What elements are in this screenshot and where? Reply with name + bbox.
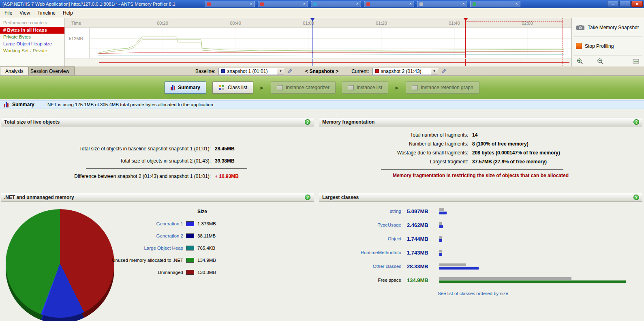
menu-item[interactable]: File <box>1 9 16 17</box>
tab-analysis[interactable]: Analysis <box>0 66 29 75</box>
titlebar-tab-close-icon[interactable]: ✕ <box>303 2 306 6</box>
class-value: 1.744MB <box>407 236 439 242</box>
baseline-snapshot-marker[interactable] <box>312 18 312 58</box>
fragmentation-row-label: Number of large fragments: <box>319 141 468 147</box>
snapshots-separator-label: < Snapshots > <box>305 68 338 74</box>
fragmentation-row-value: 37.57MB (27.9% of free memory) <box>472 159 547 165</box>
titlebar-tab-close-icon[interactable]: ✕ <box>515 2 518 6</box>
menu-item[interactable]: Help <box>59 9 77 17</box>
zoom-out-button[interactable] <box>597 58 603 64</box>
timeline-graph <box>90 28 572 58</box>
class-bar-baseline <box>439 222 442 225</box>
maximize-button[interactable]: □ <box>619 1 631 7</box>
legend-label[interactable]: Large Object Heap <box>90 246 183 250</box>
perf-counter-label: Working Set - Private <box>3 48 47 53</box>
class-value: 1.743MB <box>407 250 439 256</box>
legend-row: Generation 2 38.11MB <box>90 230 216 242</box>
workflow-summary-button[interactable]: Summary <box>165 81 206 94</box>
timeline-overview-strip[interactable] <box>65 58 571 66</box>
summary-bar-text: .NET is using 175.1MB of 305.4MB total p… <box>46 102 213 107</box>
class-label[interactable]: RuntimeMethodInfo <box>319 250 401 255</box>
timeline-side-panel: Take Memory Snapshot Stop Profiling <box>571 18 644 66</box>
perf-counter[interactable]: Private Bytes <box>0 34 64 41</box>
chevron-down-icon[interactable]: ▼ <box>431 68 438 75</box>
live-row-label: Difference between snapshot 2 (01:43) an… <box>1 173 211 179</box>
y-axis-label: 512MB <box>69 36 83 41</box>
fragmentation-warning: Memory fragmentation is restricting the … <box>319 173 642 178</box>
chevron-down-icon[interactable]: ▼ <box>277 68 284 75</box>
workflow-class-list-button[interactable]: Class list <box>212 81 253 94</box>
help-icon[interactable]: ? <box>305 119 310 125</box>
help-icon[interactable]: ? <box>305 195 310 200</box>
summary-status-bar: Summary .NET is using 175.1MB of 305.4MB… <box>0 100 644 109</box>
time-tick: 00:40 <box>227 21 244 26</box>
class-bar-current <box>439 280 626 283</box>
legend-label[interactable]: Generation 2 <box>90 233 183 238</box>
zoom-in-button[interactable] <box>577 58 583 64</box>
current-snapshot-value: snapshot 2 (01:43) <box>381 68 421 74</box>
legend-label[interactable]: Unused memory allocated to .NET <box>90 258 183 263</box>
workflow-instance-retention-graph-button[interactable]: Instance retention graph <box>406 81 479 94</box>
titlebar-tab-close-icon[interactable]: ✕ <box>356 2 359 6</box>
legend-label[interactable]: Generation 1 <box>90 221 183 226</box>
tab-session-overview[interactable]: Session Overview <box>25 66 75 75</box>
titlebar-tab[interactable]: ✕ <box>364 1 414 7</box>
class-label[interactable]: Other classes <box>319 264 401 269</box>
stop-profiling-button[interactable]: Stop Profiling <box>572 37 644 55</box>
legend-label[interactable]: Unmanaged <box>90 270 183 275</box>
rename-current-icon[interactable]: ✎ <box>441 68 446 75</box>
titlebar-tab[interactable]: ✕ <box>417 1 467 7</box>
perf-counter[interactable]: Working Set - Private <box>0 47 64 54</box>
current-snapshot-marker[interactable] <box>465 18 466 58</box>
baseline-snapshot-select[interactable]: snapshot 1 (01:01) ▼ <box>218 68 284 75</box>
titlebar-tab[interactable]: ✕ <box>205 1 255 7</box>
class-label[interactable]: Free space <box>319 278 401 282</box>
menu-item-label: Timeline <box>37 10 56 16</box>
workflow-instance-list-button[interactable]: Instance list <box>342 81 388 94</box>
class-bar-current <box>439 253 442 256</box>
panel-title: Total size of live objects <box>4 119 60 125</box>
menu-item[interactable]: View <box>16 9 34 17</box>
help-icon[interactable]: ? <box>633 195 639 200</box>
titlebar-tab[interactable]: ✕ <box>258 1 308 7</box>
overview-live-edge-tick <box>563 59 563 66</box>
titlebar-tab-close-icon[interactable]: ✕ <box>462 2 465 6</box>
live-row-value: + 10.93MB <box>215 173 239 179</box>
chart-plot-area[interactable] <box>89 28 571 58</box>
minimize-button[interactable]: – <box>607 1 618 7</box>
panel-largest-classes: Largest classes ? string 5.097MB TypeUsa… <box>319 193 642 321</box>
selection-dashed-line <box>465 21 563 21</box>
fragmentation-row-value: 208 bytes (0.000147% of free memory) <box>472 150 560 156</box>
see-class-list-link[interactable]: See list of classes ordered by size <box>438 291 508 296</box>
perf-counter[interactable]: Large Object Heap size <box>0 41 64 47</box>
close-button[interactable]: ✕ <box>631 1 643 7</box>
current-snapshot-select[interactable]: snapshot 2 (01:43) ▼ <box>372 68 438 75</box>
class-bar-baseline <box>439 277 571 280</box>
help-icon[interactable]: ? <box>633 119 639 125</box>
class-row: string 5.097MB <box>319 204 642 218</box>
titlebar-tab[interactable]: ✕ <box>470 1 520 7</box>
zoom-fit-button[interactable] <box>633 58 639 64</box>
titlebar-tab[interactable]: ✕ <box>311 1 361 7</box>
timeline-chart[interactable]: 00:2000:4001:0001:2001:4002:00 Time 512M… <box>65 18 571 58</box>
class-label[interactable]: TypeUsage <box>319 223 401 227</box>
titlebar-tab-close-icon[interactable]: ✕ <box>250 2 252 6</box>
workflow-instance-categorizer-button[interactable]: Instance categorizer <box>271 81 336 94</box>
titlebar-tabs: ✕ ✕ ✕ ✕ ✕ <box>205 1 520 7</box>
fragmentation-row: Number of large fragments: 8 (100% of fr… <box>319 139 642 148</box>
legend-row: Large Object Heap 765.4KB <box>90 242 216 254</box>
titlebar-tab-close-icon[interactable]: ✕ <box>409 2 412 6</box>
rename-baseline-icon[interactable]: ✎ <box>287 68 292 75</box>
fragmentation-row-label: Largest fragment: <box>319 159 468 165</box>
class-label[interactable]: string <box>319 209 401 214</box>
legend-value: 765.4KB <box>197 246 215 250</box>
titlebar-tab-icon <box>473 2 476 6</box>
class-size-bars <box>439 277 626 283</box>
perf-counter[interactable]: # Bytes in all Heaps <box>0 27 64 34</box>
live-edge-marker <box>563 18 563 58</box>
titlebar: [ASP.NET/IIS 7 Web Application] http://1… <box>0 0 644 8</box>
class-label[interactable]: Object <box>319 236 401 241</box>
titlebar-tab-icon <box>313 2 317 6</box>
take-snapshot-button[interactable]: Take Memory Snapshot <box>572 18 644 36</box>
menu-item[interactable]: Timeline <box>34 9 59 17</box>
